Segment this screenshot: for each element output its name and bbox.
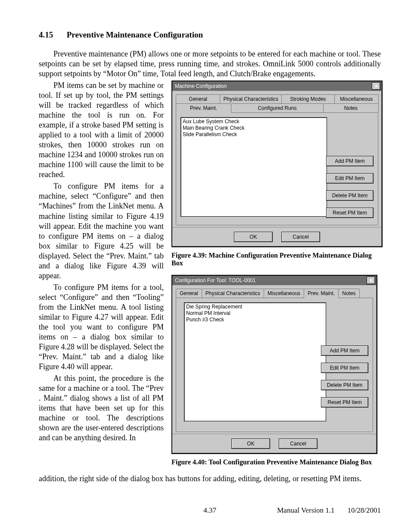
list-item[interactable]: Punch #3 Check	[186, 317, 324, 323]
tab-general[interactable]: General	[176, 94, 220, 103]
tab-configured-runs[interactable]: Configured Runs	[231, 103, 323, 112]
left-text-column: PM items can be set by machine or tool. …	[39, 81, 164, 474]
figure-caption-4-39: Figure 4.39: Machine Configuration Preve…	[171, 252, 383, 267]
section-heading: 4.15 Preventive Maintenance Configuratio…	[39, 30, 381, 40]
paragraph-3: To configure PM items for a tool, select…	[39, 283, 164, 372]
tab-notes[interactable]: Notes	[338, 289, 359, 298]
machine-config-dialog: Machine Configuration ✕ General Physical…	[171, 81, 383, 247]
delete-pm-item-button[interactable]: Delete PM Item	[326, 190, 374, 201]
intro-paragraph: Preventive maintenance (PM) allows one o…	[39, 49, 381, 79]
edit-pm-item-button[interactable]: Edit PM Item	[321, 363, 368, 373]
reset-pm-item-button[interactable]: Reset PM Item	[326, 208, 374, 218]
tab-strip: General Physical Characteristics Miscell…	[176, 289, 373, 298]
paragraph-2: To configure PM items for a machine, sel…	[39, 181, 164, 280]
tab-notes[interactable]: Notes	[323, 103, 379, 112]
tab-phys-char[interactable]: Physical Characteristics	[202, 289, 264, 298]
two-column-layout: PM items can be set by machine or tool. …	[39, 81, 381, 474]
tail-paragraph: addition, the right side of the dialog b…	[39, 474, 381, 484]
figure-caption-4-40: Figure 4.40: Tool Configuration Preventi…	[171, 458, 383, 466]
section-number: 4.15	[39, 30, 65, 40]
dialog-footer: OK Cancel	[172, 434, 377, 453]
right-figure-column: Machine Configuration ✕ General Physical…	[171, 81, 383, 474]
tab-row-1: General Physical Characteristics Strokin…	[176, 94, 378, 103]
ok-button[interactable]: OK	[231, 439, 270, 449]
dialog-title: Configuration For Tool: TOOL-0001	[175, 277, 255, 283]
delete-pm-item-button[interactable]: Delete PM Item	[321, 380, 368, 390]
ok-button[interactable]: OK	[234, 232, 273, 242]
tab-panel: Die Spring Replacement Normal PM Interva…	[176, 298, 373, 432]
tab-prev-maint[interactable]: Prev. Maint.	[176, 103, 231, 113]
paragraph-1: PM items can be set by machine or tool. …	[39, 81, 164, 180]
tool-config-dialog: Configuration For Tool: TOOL-0001 ✕ Gene…	[171, 275, 377, 454]
paragraph-4: At this point, the procedure is the same…	[39, 373, 164, 443]
dialog-titlebar: Machine Configuration ✕	[172, 81, 382, 91]
pm-item-listbox[interactable]: Die Spring Replacement Normal PM Interva…	[184, 302, 326, 421]
dialog-title: Machine Configuration	[175, 83, 227, 89]
section-title: Preventive Maintenance Configuration	[67, 30, 203, 39]
dialog-titlebar: Configuration For Tool: TOOL-0001 ✕	[172, 276, 377, 285]
tab-strip: General Physical Characteristics Strokin…	[176, 94, 378, 225]
page-number: 4.37	[39, 506, 381, 515]
reset-pm-item-button[interactable]: Reset PM Item	[321, 397, 368, 408]
document-page: 4.15 Preventive Maintenance Configuratio…	[0, 0, 411, 532]
pm-item-listbox[interactable]: Aux Lube System Check Main Bearing Crank…	[181, 117, 327, 217]
close-icon[interactable]: ✕	[372, 82, 380, 90]
add-pm-item-button[interactable]: Add PM Item	[321, 345, 368, 356]
add-pm-item-button[interactable]: Add PM Item	[326, 156, 374, 166]
page-footer: 4.37 Manual Version 1.1 10/28/2001	[39, 506, 381, 515]
tab-miscellaneous[interactable]: Miscellaneous	[264, 289, 304, 298]
close-icon[interactable]: ✕	[367, 277, 375, 284]
dialog-footer: OK Cancel	[172, 227, 382, 246]
pm-button-column: Add PM Item Edit PM Item Delete PM Item …	[326, 156, 374, 218]
list-item[interactable]: Die Spring Replacement	[186, 304, 324, 310]
list-item[interactable]: Slide Parallelism Check	[183, 131, 325, 138]
pm-button-column: Add PM Item Edit PM Item Delete PM Item …	[321, 345, 368, 408]
tab-panel: Aux Lube System Check Main Bearing Crank…	[176, 112, 378, 225]
tab-phys-char[interactable]: Physical Characteristics	[220, 94, 282, 103]
edit-pm-item-button[interactable]: Edit PM Item	[326, 173, 374, 184]
tab-prev-maint[interactable]: Prev. Maint.	[304, 289, 339, 298]
tab-miscellaneous[interactable]: Miscellaneous	[334, 94, 379, 103]
cancel-button[interactable]: Cancel	[281, 232, 320, 242]
list-item[interactable]: Main Bearing Crank Check	[183, 125, 325, 131]
tab-general[interactable]: General	[176, 289, 202, 298]
tab-row-2: Prev. Maint. Configured Runs Notes	[176, 103, 378, 112]
tab-stroking-modes[interactable]: Stroking Modes	[281, 94, 335, 103]
list-item[interactable]: Aux Lube System Check	[183, 118, 325, 125]
list-item[interactable]: Normal PM Interval	[186, 310, 324, 317]
cancel-button[interactable]: Cancel	[279, 439, 318, 449]
